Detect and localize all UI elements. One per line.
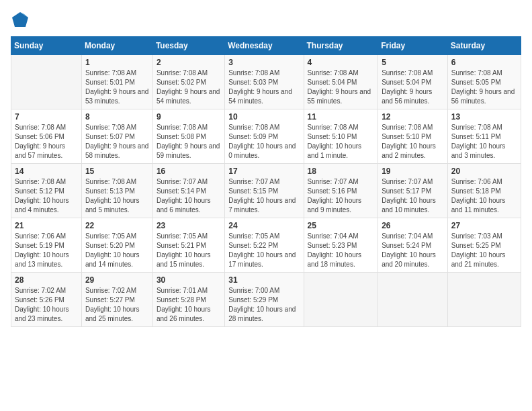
calendar-cell: 11Sunrise: 7:08 AMSunset: 5:10 PMDayligh… — [304, 109, 378, 164]
day-number: 23 — [157, 221, 221, 230]
day-info: Sunrise: 7:07 AMSunset: 5:16 PMDaylight:… — [308, 177, 375, 215]
day-number: 17 — [228, 167, 300, 176]
calendar-cell: 7Sunrise: 7:08 AMSunset: 5:06 PMDaylight… — [11, 109, 82, 164]
day-info: Sunrise: 7:08 AMSunset: 5:02 PMDaylight:… — [157, 68, 221, 106]
day-info: Sunrise: 7:06 AMSunset: 5:19 PMDaylight:… — [15, 232, 78, 269]
day-number: 19 — [382, 167, 444, 176]
day-number: 6 — [451, 58, 517, 67]
day-info: Sunrise: 7:02 AMSunset: 5:27 PMDaylight:… — [85, 286, 149, 324]
calendar-cell: 24Sunrise: 7:05 AMSunset: 5:22 PMDayligh… — [225, 218, 304, 273]
day-number: 29 — [85, 275, 149, 285]
calendar-cell: 16Sunrise: 7:07 AMSunset: 5:14 PMDayligh… — [152, 164, 224, 218]
calendar-cell — [447, 273, 521, 327]
day-number: 22 — [85, 221, 149, 230]
day-info: Sunrise: 7:08 AMSunset: 5:10 PMDaylight:… — [308, 123, 375, 161]
day-info: Sunrise: 7:03 AMSunset: 5:25 PMDaylight:… — [451, 232, 517, 269]
calendar-cell: 23Sunrise: 7:05 AMSunset: 5:21 PMDayligh… — [152, 218, 224, 273]
day-info: Sunrise: 7:08 AMSunset: 5:04 PMDaylight:… — [308, 68, 375, 106]
day-number: 21 — [15, 221, 78, 230]
header-thursday: Thursday — [304, 37, 378, 55]
day-number: 14 — [15, 167, 78, 176]
day-info: Sunrise: 7:08 AMSunset: 5:07 PMDaylight:… — [85, 123, 149, 161]
calendar-cell: 8Sunrise: 7:08 AMSunset: 5:07 PMDaylight… — [81, 109, 152, 164]
calendar-cell: 20Sunrise: 7:06 AMSunset: 5:18 PMDayligh… — [447, 164, 521, 218]
page-header — [11, 11, 521, 30]
calendar-cell: 25Sunrise: 7:04 AMSunset: 5:23 PMDayligh… — [304, 218, 378, 273]
day-info: Sunrise: 7:04 AMSunset: 5:24 PMDaylight:… — [382, 232, 444, 269]
calendar-cell: 22Sunrise: 7:05 AMSunset: 5:20 PMDayligh… — [81, 218, 152, 273]
calendar-cell: 30Sunrise: 7:01 AMSunset: 5:28 PMDayligh… — [152, 273, 224, 327]
day-number: 9 — [157, 112, 221, 122]
day-number: 3 — [228, 58, 300, 67]
header-monday: Monday — [81, 37, 152, 55]
day-info: Sunrise: 7:08 AMSunset: 5:04 PMDaylight:… — [382, 68, 444, 106]
calendar-cell: 9Sunrise: 7:08 AMSunset: 5:08 PMDaylight… — [152, 109, 224, 164]
header-saturday: Saturday — [447, 37, 521, 55]
day-info: Sunrise: 7:05 AMSunset: 5:22 PMDaylight:… — [228, 232, 300, 269]
calendar-cell: 14Sunrise: 7:08 AMSunset: 5:12 PMDayligh… — [11, 164, 82, 218]
day-info: Sunrise: 7:07 AMSunset: 5:15 PMDaylight:… — [228, 177, 300, 215]
calendar-cell: 4Sunrise: 7:08 AMSunset: 5:04 PMDaylight… — [304, 55, 378, 109]
day-number: 11 — [308, 112, 375, 122]
day-info: Sunrise: 7:08 AMSunset: 5:12 PMDaylight:… — [15, 177, 78, 215]
day-info: Sunrise: 7:05 AMSunset: 5:21 PMDaylight:… — [157, 232, 221, 269]
calendar-header: Sunday Monday Tuesday Wednesday Thursday… — [11, 37, 521, 55]
calendar-cell: 17Sunrise: 7:07 AMSunset: 5:15 PMDayligh… — [225, 164, 304, 218]
day-info: Sunrise: 7:08 AMSunset: 5:10 PMDaylight:… — [382, 123, 444, 161]
day-number: 28 — [15, 275, 78, 285]
calendar-cell — [11, 55, 82, 109]
calendar-cell: 27Sunrise: 7:03 AMSunset: 5:25 PMDayligh… — [447, 218, 521, 273]
calendar-cell: 15Sunrise: 7:08 AMSunset: 5:13 PMDayligh… — [81, 164, 152, 218]
day-info: Sunrise: 7:06 AMSunset: 5:18 PMDaylight:… — [451, 177, 517, 215]
calendar-cell — [304, 273, 378, 327]
day-info: Sunrise: 7:08 AMSunset: 5:03 PMDaylight:… — [228, 68, 300, 106]
calendar-body: 1Sunrise: 7:08 AMSunset: 5:01 PMDaylight… — [11, 55, 521, 327]
header-wednesday: Wednesday — [225, 37, 304, 55]
day-number: 4 — [308, 58, 375, 67]
day-number: 12 — [382, 112, 444, 122]
day-number: 2 — [157, 58, 221, 67]
day-number: 13 — [451, 112, 517, 122]
day-info: Sunrise: 7:02 AMSunset: 5:26 PMDaylight:… — [15, 286, 78, 324]
day-info: Sunrise: 7:07 AMSunset: 5:17 PMDaylight:… — [382, 177, 444, 215]
day-info: Sunrise: 7:08 AMSunset: 5:08 PMDaylight:… — [157, 123, 221, 161]
day-info: Sunrise: 7:08 AMSunset: 5:06 PMDaylight:… — [15, 123, 78, 161]
calendar-table: Sunday Monday Tuesday Wednesday Thursday… — [11, 36, 521, 327]
day-info: Sunrise: 7:07 AMSunset: 5:14 PMDaylight:… — [157, 177, 221, 215]
day-info: Sunrise: 7:05 AMSunset: 5:20 PMDaylight:… — [85, 232, 149, 269]
header-friday: Friday — [378, 37, 448, 55]
calendar-cell: 10Sunrise: 7:08 AMSunset: 5:09 PMDayligh… — [225, 109, 304, 164]
calendar-cell: 2Sunrise: 7:08 AMSunset: 5:02 PMDaylight… — [152, 55, 224, 109]
day-number: 5 — [382, 58, 444, 67]
day-number: 27 — [451, 221, 517, 230]
calendar-cell: 13Sunrise: 7:08 AMSunset: 5:11 PMDayligh… — [447, 109, 521, 164]
day-number: 26 — [382, 221, 444, 230]
day-number: 10 — [228, 112, 300, 122]
logo — [11, 11, 32, 30]
day-info: Sunrise: 7:08 AMSunset: 5:13 PMDaylight:… — [85, 177, 149, 215]
calendar-cell — [378, 273, 448, 327]
calendar-cell: 21Sunrise: 7:06 AMSunset: 5:19 PMDayligh… — [11, 218, 82, 273]
calendar-cell: 31Sunrise: 7:00 AMSunset: 5:29 PMDayligh… — [225, 273, 304, 327]
day-info: Sunrise: 7:08 AMSunset: 5:01 PMDaylight:… — [85, 68, 149, 106]
calendar-cell: 26Sunrise: 7:04 AMSunset: 5:24 PMDayligh… — [378, 218, 448, 273]
svg-marker-0 — [12, 12, 28, 27]
day-number: 1 — [85, 58, 149, 67]
calendar-cell: 1Sunrise: 7:08 AMSunset: 5:01 PMDaylight… — [81, 55, 152, 109]
day-number: 16 — [157, 167, 221, 176]
day-info: Sunrise: 7:04 AMSunset: 5:23 PMDaylight:… — [308, 232, 375, 269]
calendar-cell: 19Sunrise: 7:07 AMSunset: 5:17 PMDayligh… — [378, 164, 448, 218]
calendar-cell: 18Sunrise: 7:07 AMSunset: 5:16 PMDayligh… — [304, 164, 378, 218]
header-sunday: Sunday — [11, 37, 82, 55]
day-number: 25 — [308, 221, 375, 230]
day-info: Sunrise: 7:00 AMSunset: 5:29 PMDaylight:… — [228, 286, 300, 324]
day-number: 30 — [157, 275, 221, 285]
day-number: 15 — [85, 167, 149, 176]
header-tuesday: Tuesday — [152, 37, 224, 55]
day-info: Sunrise: 7:01 AMSunset: 5:28 PMDaylight:… — [157, 286, 221, 324]
calendar-cell: 5Sunrise: 7:08 AMSunset: 5:04 PMDaylight… — [378, 55, 448, 109]
day-number: 31 — [228, 275, 300, 285]
day-number: 7 — [15, 112, 78, 122]
day-number: 8 — [85, 112, 149, 122]
day-number: 24 — [228, 221, 300, 230]
